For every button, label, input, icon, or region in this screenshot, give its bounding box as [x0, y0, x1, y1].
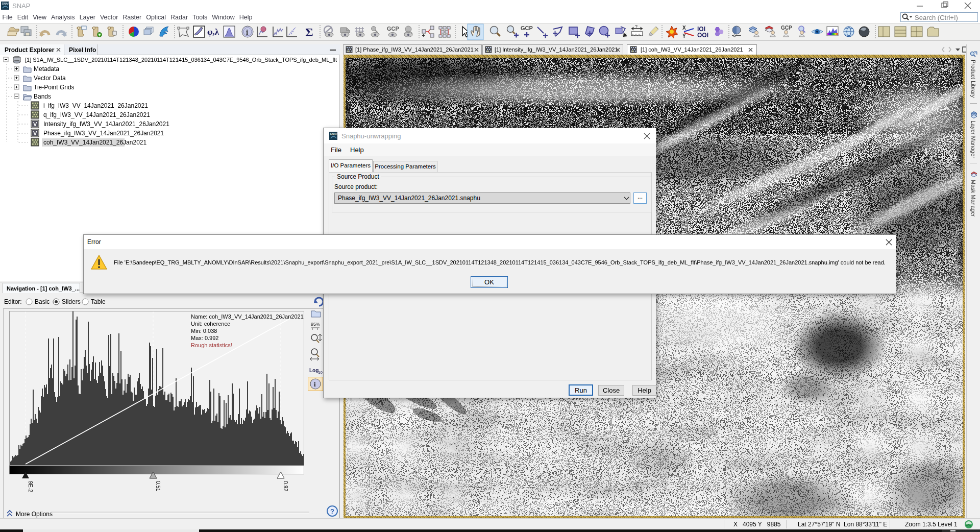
svg-text:i: i: [314, 380, 316, 388]
svg-text:GCP: GCP: [521, 25, 533, 31]
svg-text:Y: Y: [682, 33, 686, 39]
svg-text:0.92: 0.92: [283, 481, 289, 492]
svg-text:X: X: [682, 25, 686, 31]
svg-text:GCP: GCP: [387, 26, 399, 32]
svg-text:SNAP: SNAP: [330, 132, 338, 135]
svg-text:i: i: [246, 28, 248, 36]
svg-text:V: V: [33, 121, 37, 127]
svg-text:?: ?: [330, 507, 334, 515]
svg-text:Rough statistics!: Rough statistics!: [191, 342, 232, 348]
svg-text:9E-2: 9E-2: [28, 481, 34, 492]
svg-text:More Options: More Options: [16, 511, 53, 518]
svg-text:?: ?: [635, 24, 638, 29]
svg-text:Metadata: Metadata: [34, 65, 59, 72]
svg-text:Vector Data: Vector Data: [34, 75, 66, 82]
svg-text:Unit: coherence: Unit: coherence: [191, 321, 230, 327]
svg-text:Max: 0.992: Max: 0.992: [191, 335, 218, 341]
svg-text:q_ifg_IW3_VV_14Jan2021_26Jan20: q_ifg_IW3_VV_14Jan2021_26Jan2021: [43, 111, 150, 118]
svg-text:Σ: Σ: [305, 26, 313, 39]
svg-text:Bands: Bands: [34, 93, 51, 100]
svg-text:i_ifg_IW3_VV_14Jan2021_26Jan20: i_ifg_IW3_VV_14Jan2021_26Jan2021: [43, 102, 148, 109]
svg-text:[1] S1A_IW_SLC__1SDV_20210114T: [1] S1A_IW_SLC__1SDV_20210114T121348_202…: [25, 57, 337, 63]
svg-text:OOI: OOI: [697, 32, 708, 39]
svg-text:SNAP: SNAP: [2, 2, 10, 5]
svg-text:Name: coh_IW3_VV_14Jan2021_26J: Name: coh_IW3_VV_14Jan2021_26Jan2021: [191, 313, 304, 320]
svg-text:GCP: GCP: [781, 25, 792, 31]
svg-text:10: 10: [318, 370, 323, 375]
svg-text:Sliders: Sliders: [62, 298, 81, 305]
svg-text:coh_IW3_VV_14Jan2021_26Jan2021: coh_IW3_VV_14Jan2021_26Jan2021: [43, 139, 146, 146]
svg-text:Log: Log: [309, 368, 318, 373]
svg-text:Basic: Basic: [35, 298, 50, 305]
svg-text:φ,λ: φ,λ: [207, 27, 219, 37]
svg-text:0.51: 0.51: [155, 481, 161, 492]
svg-text:95%: 95%: [311, 322, 320, 327]
svg-text:Min: 0.038: Min: 0.038: [191, 328, 217, 334]
svg-text:Tie-Point Grids: Tie-Point Grids: [34, 84, 75, 91]
svg-text:Intensity_ifg_IW3_VV_14Jan2021: Intensity_ifg_IW3_VV_14Jan2021_26Jan2021: [43, 120, 169, 128]
svg-text:Phase_ifg_IW3_VV_14Jan2021_26J: Phase_ifg_IW3_VV_14Jan2021_26Jan2021: [43, 130, 164, 137]
svg-text:V: V: [33, 130, 37, 136]
svg-text:Table: Table: [91, 298, 106, 305]
